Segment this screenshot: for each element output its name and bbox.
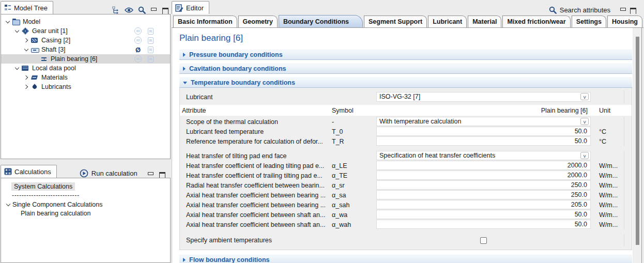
- editor-page-tab[interactable]: Housing: [607, 16, 642, 27]
- tree-item[interactable]: Model: [1, 17, 170, 26]
- editor-page-tab[interactable]: Material: [468, 16, 501, 27]
- scrollbar-thumb[interactable]: [636, 37, 639, 245]
- model-tree-tab[interactable]: Model Tree: [1, 1, 53, 14]
- minimize-icon[interactable]: [150, 7, 157, 13]
- report-icon[interactable]: [148, 37, 154, 44]
- lubricant-value: ISO-VG-32 [7]: [379, 93, 580, 100]
- editor-content: Plain bearing [6] Pressure boundary cond…: [172, 28, 633, 263]
- model-tree-tabbar: Model Tree: [1, 1, 171, 14]
- table-row: Scope of the thermal calculation - With …: [180, 117, 632, 127]
- plain-bearing-calculation-item[interactable]: Plain bearing calculation: [21, 210, 170, 217]
- expander-icon[interactable]: [23, 74, 30, 81]
- editor-page-tab[interactable]: Settings: [572, 16, 606, 27]
- 3d-view-icon[interactable]: [134, 37, 142, 44]
- search-attributes-field[interactable]: Search attributes: [549, 6, 643, 14]
- editor-page-tab[interactable]: Lubricant: [428, 16, 467, 27]
- tree-item[interactable]: Materials: [1, 73, 170, 82]
- value-field[interactable]: 50.0: [376, 136, 591, 146]
- maximize-icon[interactable]: [159, 171, 165, 178]
- value-field[interactable]: 50.0: [376, 220, 591, 229]
- value-field[interactable]: 250.0: [376, 190, 591, 199]
- tree-item[interactable]: Casing [2]: [1, 36, 170, 45]
- eye-icon[interactable]: [125, 7, 133, 13]
- value-field[interactable]: 2000.0: [376, 171, 591, 180]
- maximize-icon[interactable]: [162, 7, 168, 13]
- symbol-label: α_sr: [330, 182, 376, 189]
- tree-item-label: Gear unit [1]: [32, 27, 68, 35]
- system-calculations-item[interactable]: System Calculations: [11, 182, 75, 191]
- editor-tab[interactable]: Editor: [172, 1, 209, 14]
- report-icon[interactable]: [148, 56, 154, 63]
- symbol-label: α_wah: [330, 221, 376, 228]
- editor-tab-strip: Basic Information Geometry Boundary Cond…: [172, 14, 643, 28]
- value-field[interactable]: With temperature calculation: [376, 117, 591, 126]
- vertical-scrollbar[interactable]: [633, 28, 642, 263]
- editor-page-tab[interactable]: Mixed friction/wear: [502, 16, 570, 27]
- attribute-label: Axial heat transfer coefficient between …: [180, 221, 330, 228]
- run-calculation-button[interactable]: Run calculation: [80, 169, 137, 178]
- lubricant-dropdown[interactable]: ISO-VG-32 [7]: [376, 92, 591, 102]
- value-field[interactable]: 50.0: [376, 127, 591, 136]
- section-header-cavitation[interactable]: Cavitation boundary conditions: [179, 64, 632, 74]
- checkbox[interactable]: [480, 237, 487, 244]
- expander-icon[interactable]: [23, 46, 30, 53]
- temperature-attributes-table: Lubricant ISO-VG-32 [7] Attribute Symb: [179, 88, 632, 250]
- tree-item-label: Plain bearing [6]: [51, 55, 97, 63]
- tree-item[interactable]: Local data pool: [1, 64, 170, 73]
- eye-slash-icon[interactable]: [134, 46, 142, 53]
- calculations-panel: Calculations Run calculation System Calc…: [1, 164, 171, 263]
- lubricant-row: Lubricant ISO-VG-32 [7]: [180, 90, 632, 103]
- table-row: Axial heat transfer coefficient between …: [180, 220, 632, 229]
- 3d-view-icon[interactable]: [134, 27, 142, 35]
- report-icon[interactable]: [148, 28, 154, 35]
- editor-page-tab[interactable]: Segment Support: [364, 16, 427, 27]
- editor-page-tab[interactable]: Basic Information: [173, 16, 237, 27]
- report-icon[interactable]: [148, 47, 154, 53]
- editor-icon: [175, 4, 183, 12]
- dropdown-button[interactable]: [580, 152, 589, 159]
- link-with-editor-icon[interactable]: [112, 6, 120, 14]
- expander-icon[interactable]: [13, 65, 21, 72]
- tree-item[interactable]: Lubricants: [1, 82, 170, 91]
- calculations-tab[interactable]: Calculations: [1, 165, 57, 178]
- symbol-label: α_sa: [330, 192, 376, 199]
- single-component-calculations-item[interactable]: Single Component Calculations: [1, 201, 170, 208]
- tree-item-icon: [30, 37, 39, 44]
- value-field[interactable]: 250.0: [376, 180, 591, 190]
- 3d-view-icon[interactable]: [134, 55, 142, 63]
- expander-icon[interactable]: [23, 37, 30, 44]
- unit-label: W/m...: [595, 172, 624, 179]
- value-field[interactable]: Specification of heat transfer coefficie…: [376, 151, 591, 160]
- calculator-icon: [4, 168, 12, 175]
- value-text: Specification of heat transfer coefficie…: [379, 152, 580, 159]
- tree-item[interactable]: Shaft [3]: [1, 45, 170, 54]
- expander-icon[interactable]: [23, 83, 30, 90]
- table-header-row: Attribute Symbol Plain bearing [6] Unit: [180, 105, 632, 116]
- tree-item[interactable]: Gear unit [1]: [1, 26, 170, 36]
- expander-icon[interactable]: [4, 18, 12, 25]
- expander-icon[interactable]: [5, 201, 12, 208]
- expander-icon[interactable]: [32, 55, 40, 63]
- value-text: 50.0: [379, 137, 589, 145]
- maximize-icon[interactable]: [630, 7, 636, 13]
- editor-page-tab[interactable]: Boundary Conditions: [279, 15, 363, 27]
- attribute-label: Heat transfer coefficient of leading til…: [180, 162, 330, 169]
- minimize-icon[interactable]: [620, 7, 626, 13]
- tree-item[interactable]: Plain bearing [6]: [1, 54, 170, 64]
- minimize-icon[interactable]: [147, 171, 154, 178]
- attribute-label: Specify ambient temperatures: [180, 237, 330, 244]
- editor-tabbar: Editor Search attributes: [172, 1, 643, 14]
- search-attributes-label: Search attributes: [560, 6, 610, 14]
- section-header-temperature[interactable]: Temperature boundary conditions: [179, 78, 632, 88]
- search-icon: [549, 6, 557, 14]
- dropdown-button[interactable]: [580, 118, 589, 125]
- section-header-pressure[interactable]: Pressure boundary conditions: [179, 50, 632, 60]
- value-field[interactable]: 2000.0: [376, 161, 591, 170]
- dropdown-button[interactable]: [580, 93, 589, 100]
- section-header-flow[interactable]: Flow boundary conditions: [179, 255, 632, 263]
- value-field[interactable]: 50.0: [376, 210, 591, 219]
- expander-icon[interactable]: [13, 27, 21, 35]
- search-icon[interactable]: [138, 6, 146, 14]
- editor-page-tab[interactable]: Geometry: [238, 16, 278, 27]
- value-field[interactable]: 205.0: [376, 200, 591, 209]
